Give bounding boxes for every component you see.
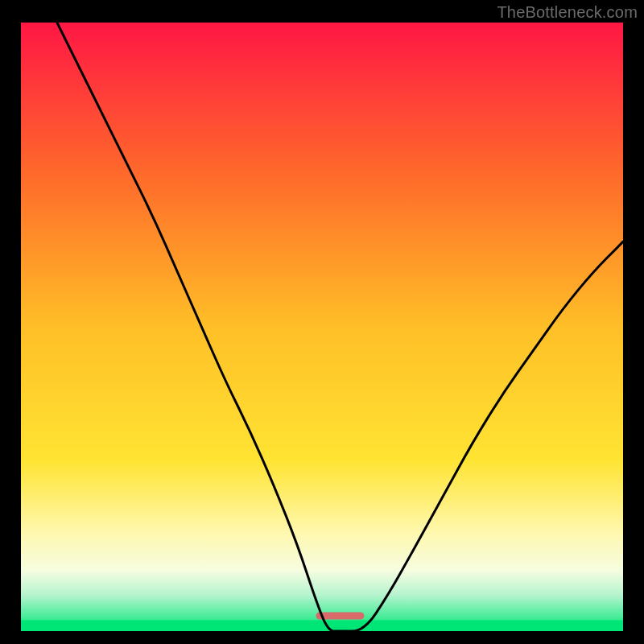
green-baseline-band	[21, 620, 623, 631]
chart-root: TheBottleneck.com	[0, 0, 644, 644]
gradient-background	[21, 23, 623, 631]
plot-area	[21, 23, 623, 631]
watermark-text: TheBottleneck.com	[497, 3, 638, 22]
chart-canvas	[0, 0, 644, 644]
